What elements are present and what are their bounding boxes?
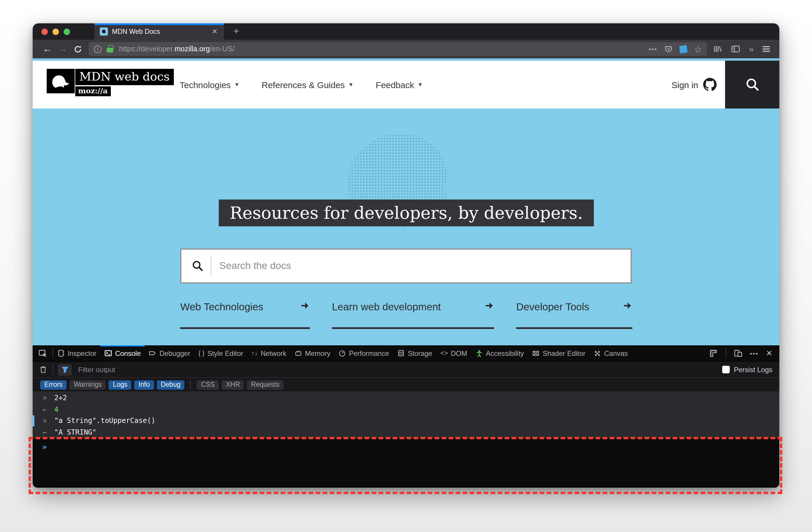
minimize-window-button[interactable] bbox=[53, 29, 59, 35]
tab-performance[interactable]: Performance bbox=[334, 345, 393, 361]
shader-editor-icon bbox=[532, 349, 540, 357]
new-tab-button[interactable]: + bbox=[230, 25, 243, 38]
close-window-button[interactable] bbox=[41, 29, 48, 35]
url-bar[interactable]: i https://developer.mozilla.org/en-US/ •… bbox=[89, 42, 707, 56]
tab-label: Inspector bbox=[68, 349, 97, 357]
tab-canvas[interactable]: Canvas bbox=[590, 345, 632, 361]
braces-icon: { } bbox=[198, 350, 204, 356]
persist-logs-checkbox[interactable] bbox=[722, 366, 730, 373]
devtools-menu-icon[interactable]: ••• bbox=[750, 350, 758, 357]
tab-label: Style Editor bbox=[207, 349, 243, 357]
tab-bar: MDN Web Docs ✕ + bbox=[33, 23, 779, 40]
devtools-tabs: Inspector Console Debugger { } Style Edi… bbox=[53, 345, 632, 361]
forward-button[interactable]: → bbox=[55, 44, 70, 54]
tab-debugger[interactable]: Debugger bbox=[145, 345, 194, 361]
filter-output-input[interactable] bbox=[78, 365, 722, 374]
browser-toolbar: ← → i https://developer.mozilla.org/en-U… bbox=[33, 40, 779, 58]
link-developer-tools[interactable]: Developer Tools bbox=[516, 301, 632, 329]
tab-label: Debugger bbox=[160, 349, 190, 357]
browser-tab[interactable]: MDN Web Docs ✕ bbox=[95, 23, 224, 40]
header-search-button[interactable] bbox=[725, 61, 779, 109]
page-actions-icon[interactable]: ••• bbox=[649, 45, 657, 53]
sidebar-toggle-icon[interactable] bbox=[731, 44, 740, 54]
chip-errors[interactable]: Errors bbox=[40, 380, 67, 389]
chip-debug[interactable]: Debug bbox=[157, 380, 185, 389]
console-input-line[interactable]: » "a String".toUpperCase() bbox=[33, 415, 779, 427]
link-learn-web-development[interactable]: Learn web development bbox=[332, 301, 494, 329]
hero-search-box[interactable] bbox=[180, 248, 632, 284]
tab-network[interactable]: ↑↓ Network bbox=[247, 345, 290, 361]
devtools-close-icon[interactable]: ✕ bbox=[766, 349, 772, 358]
sign-in-label: Sign in bbox=[671, 80, 698, 89]
separator bbox=[190, 380, 191, 389]
tab-inspector[interactable]: Inspector bbox=[53, 345, 101, 361]
chip-info[interactable]: Info bbox=[134, 380, 154, 389]
hero-headline: Resources for developers, by developers. bbox=[219, 200, 594, 226]
chip-requests[interactable]: Requests bbox=[247, 380, 284, 389]
tab-dom[interactable]: <> DOM bbox=[436, 345, 471, 361]
docs-search-input[interactable] bbox=[219, 260, 620, 272]
page-info-icon[interactable]: i bbox=[94, 45, 102, 53]
extension-icon[interactable] bbox=[679, 45, 687, 53]
updown-arrows-icon: ↑↓ bbox=[251, 350, 258, 356]
tab-storage[interactable]: Storage bbox=[393, 345, 436, 361]
tab-close-icon[interactable]: ✕ bbox=[211, 27, 219, 35]
url-prefix: https://developer. bbox=[119, 45, 174, 53]
console-input-line[interactable]: » 2+2 bbox=[33, 392, 779, 404]
separator bbox=[725, 348, 726, 358]
result-arrow-icon: ← bbox=[43, 428, 54, 436]
tab-memory[interactable]: Memory bbox=[290, 345, 335, 361]
persist-logs-control[interactable]: Persist Logs bbox=[722, 365, 779, 374]
console-result: "A STRING" bbox=[54, 428, 97, 436]
input-chevron-icon: » bbox=[43, 417, 54, 425]
site-nav: Technologies▼ References & Guides▼ Feedb… bbox=[180, 61, 423, 109]
pocket-icon[interactable] bbox=[664, 45, 672, 53]
chip-xhr[interactable]: XHR bbox=[222, 380, 244, 389]
nav-feedback[interactable]: Feedback▼ bbox=[376, 80, 423, 89]
chip-css[interactable]: CSS bbox=[197, 380, 219, 389]
tab-label: DOM bbox=[451, 349, 467, 357]
tab-label: Accessibility bbox=[486, 349, 524, 357]
search-icon bbox=[745, 77, 760, 92]
zoom-window-button[interactable] bbox=[63, 29, 70, 35]
nav-technologies[interactable]: Technologies▼ bbox=[180, 80, 240, 89]
clear-console-icon[interactable] bbox=[33, 365, 53, 374]
desktop-backdrop: MDN Web Docs ✕ + ← → i https://developer… bbox=[0, 0, 812, 532]
link-label: Developer Tools bbox=[516, 301, 589, 313]
tab-label: Console bbox=[115, 349, 141, 357]
back-button[interactable]: ← bbox=[40, 44, 55, 54]
console-result-line[interactable]: ← "A STRING" bbox=[33, 427, 779, 438]
tab-shader-editor[interactable]: Shader Editor bbox=[528, 345, 590, 361]
separator bbox=[53, 364, 53, 374]
page-top-strip bbox=[33, 58, 779, 61]
tab-label: Memory bbox=[305, 349, 331, 357]
bookmark-star-icon[interactable]: ☆ bbox=[694, 45, 702, 53]
nav-references-guides[interactable]: References & Guides▼ bbox=[262, 80, 353, 89]
mdn-favicon-icon bbox=[100, 27, 108, 35]
console-filter-chips: Errors Warnings Logs Info Debug CSS XHR … bbox=[33, 378, 779, 392]
arrow-right-icon bbox=[623, 301, 632, 310]
sign-in-link[interactable]: Sign in bbox=[671, 61, 717, 109]
arrow-right-icon bbox=[301, 301, 310, 310]
overflow-chevron-icon[interactable]: » bbox=[749, 45, 754, 53]
tab-console[interactable]: Console bbox=[101, 345, 145, 361]
responsive-design-icon[interactable] bbox=[734, 349, 742, 358]
url-path: /en-US/ bbox=[210, 45, 234, 53]
chip-logs[interactable]: Logs bbox=[109, 380, 132, 389]
tab-accessibility[interactable]: Accessibility bbox=[471, 345, 528, 361]
chevron-down-icon: ▼ bbox=[348, 82, 353, 87]
console-expression: "a String".toUpperCase() bbox=[54, 417, 156, 425]
nav-label: Feedback bbox=[376, 80, 414, 89]
library-icon[interactable] bbox=[713, 44, 722, 54]
filter-funnel-icon[interactable] bbox=[58, 364, 72, 375]
console-result-line[interactable]: ← 4 bbox=[33, 404, 779, 415]
console-output: » 2+2 ← 4 » "a String".toUpperCase() ← "… bbox=[33, 392, 779, 438]
element-picker-icon[interactable] bbox=[33, 349, 53, 358]
link-web-technologies[interactable]: Web Technologies bbox=[180, 301, 310, 329]
tab-style-editor[interactable]: { } Style Editor bbox=[194, 345, 247, 361]
reload-button[interactable] bbox=[70, 45, 85, 53]
input-chevron-icon: » bbox=[43, 394, 54, 402]
menu-icon[interactable] bbox=[763, 46, 770, 52]
chip-warnings[interactable]: Warnings bbox=[70, 380, 106, 389]
measuring-tool-icon[interactable] bbox=[709, 349, 718, 358]
